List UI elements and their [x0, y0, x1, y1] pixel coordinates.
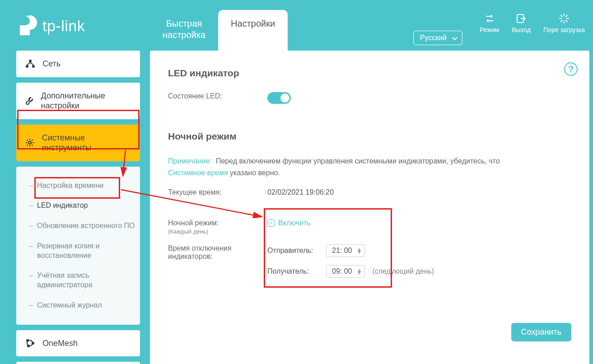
to-time-input[interactable]: 09: 00 ▲▼	[326, 265, 365, 278]
content-panel: ? LED индикатор Состояние LED: Ночной ре…	[150, 51, 589, 364]
from-time-value: 21: 00	[332, 247, 352, 255]
stepper-icon[interactable]: ▲▼	[356, 248, 362, 254]
submenu-led-control[interactable]: LED индикатор	[29, 196, 135, 216]
svg-line-8	[561, 20, 562, 22]
submenu-backup[interactable]: Резервная копия и восстановление	[29, 236, 135, 266]
svg-line-9	[566, 15, 567, 17]
current-time-value: 02/02/2021 19:06:20	[267, 188, 334, 196]
led-off-time-label: Время отключения индикаторов:	[168, 244, 267, 261]
to-label: Получатель:	[267, 267, 326, 275]
tab-settings[interactable]: Настройки	[218, 10, 288, 51]
brand-logo: tp-link	[18, 14, 85, 37]
svg-line-7	[566, 20, 567, 22]
night-mode-enable[interactable]: ✓ Включить	[267, 219, 311, 227]
led-state-label: Состояние LED:	[168, 92, 267, 100]
night-mode-label: Ночной режим: (Каждый день)	[168, 219, 267, 235]
reboot-spinner-icon	[543, 13, 585, 24]
mesh-icon	[24, 338, 36, 348]
brand-text: tp-link	[42, 17, 85, 35]
sidebar: Сеть Дополнительные настройки Системные …	[16, 51, 140, 364]
submenu-time-settings[interactable]: Настройка времени	[29, 176, 135, 196]
submenu-admin[interactable]: Учётная запись администратора	[29, 266, 135, 295]
section-night-title: Ночной режим	[168, 131, 571, 142]
reboot-button[interactable]: Пере загрузка	[543, 13, 585, 33]
mode-swap-icon	[480, 13, 499, 24]
logout-icon	[512, 13, 531, 24]
save-button[interactable]: Сохранить	[511, 323, 571, 341]
sidebar-submenu: Настройка времени LED индикатор Обновлен…	[16, 167, 140, 325]
current-time-label: Текущее время:	[168, 188, 267, 196]
wrench-icon	[24, 96, 35, 106]
sidebar-item-advanced[interactable]: Дополнительные настройки	[16, 83, 140, 119]
note-text-after: указано верно.	[230, 169, 280, 177]
mode-button[interactable]: Режим	[480, 13, 499, 33]
to-time-value: 09: 00	[332, 267, 352, 275]
from-time-input[interactable]: 21: 00 ▲▼	[326, 244, 365, 257]
chevron-down-icon	[452, 35, 458, 43]
note-label: Примечание:	[168, 157, 212, 165]
svg-point-12	[32, 65, 35, 68]
language-value: Русский	[420, 34, 447, 42]
enable-label: Включить	[278, 219, 311, 227]
note-text-before: Перед включением функции управления сист…	[216, 157, 500, 165]
system-time-link[interactable]: Системное время	[168, 169, 228, 177]
svg-point-13	[28, 141, 31, 144]
sidebar-item-cloud[interactable]: Облако TP-Link	[16, 362, 140, 364]
logout-button[interactable]: Выход	[512, 13, 531, 33]
stepper-icon[interactable]: ▲▼	[356, 269, 362, 275]
svg-rect-0	[20, 25, 25, 35]
language-select[interactable]: Русский	[413, 31, 462, 45]
network-icon	[24, 59, 36, 68]
sidebar-label: Системные инструменты	[42, 133, 132, 153]
help-icon[interactable]: ?	[564, 62, 578, 76]
submenu-syslog[interactable]: Системный журнал	[29, 295, 135, 316]
submenu-firmware[interactable]: Обновление встроенного ПО	[29, 216, 135, 236]
sidebar-item-system-tools[interactable]: Системные инструменты	[16, 125, 140, 161]
section-led-title: LED индикатор	[168, 68, 571, 79]
from-label: Отправитель:	[267, 247, 326, 255]
sidebar-label: Дополнительные настройки	[41, 91, 132, 111]
sidebar-item-onemesh[interactable]: OneMesh	[16, 330, 140, 357]
led-state-toggle[interactable]	[267, 92, 291, 104]
svg-line-6	[561, 15, 562, 17]
sidebar-label: OneMesh	[42, 338, 78, 349]
tab-quick-setup[interactable]: Быстрая настройка	[150, 10, 218, 51]
svg-point-11	[26, 65, 28, 68]
svg-point-10	[29, 60, 32, 62]
sidebar-item-network[interactable]: Сеть	[16, 51, 140, 77]
note-block: Примечание: Перед включением функции упр…	[168, 155, 571, 178]
gear-icon	[24, 138, 36, 148]
next-day-label: (следующий день)	[372, 267, 434, 275]
checkbox-icon: ✓	[267, 219, 275, 227]
sidebar-label: Сеть	[42, 59, 61, 69]
